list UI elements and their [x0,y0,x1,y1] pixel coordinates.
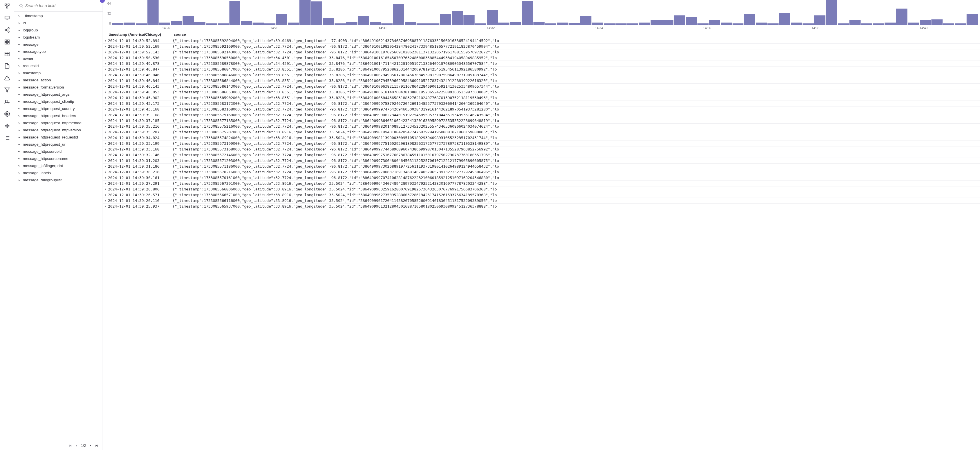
histogram-bar[interactable] [733,24,744,25]
pager-first-icon[interactable] [68,444,72,448]
expand-row-icon[interactable] [103,79,108,82]
histogram-bar[interactable] [522,1,533,25]
expand-row-icon[interactable] [103,176,108,179]
field-item[interactable]: message_httprequest_requestid [15,134,102,141]
histogram-bar[interactable] [276,14,287,25]
pager-last-icon[interactable] [95,444,99,448]
histogram-bar[interactable] [417,24,428,25]
expand-row-icon[interactable] [103,40,108,42]
histogram-bar[interactable] [510,22,521,25]
histogram-bar[interactable] [967,14,978,25]
histogram-bar[interactable] [662,20,673,25]
histogram-bar[interactable] [826,0,837,25]
field-item[interactable]: message_httprequest_country [15,105,102,112]
field-item[interactable]: message_httprequest_clientip [15,98,102,105]
pager-prev-icon[interactable] [75,444,79,448]
bars[interactable] [112,0,978,25]
histogram-bar[interactable] [498,22,509,25]
expand-row-icon[interactable] [103,85,108,88]
histogram-bar[interactable] [756,22,767,25]
histogram-bar[interactable] [382,24,393,25]
field-item[interactable]: message_httprequest_httpmethod [15,119,102,127]
histogram-bar[interactable] [955,24,966,25]
histogram-bar[interactable] [814,16,826,25]
histogram-bar[interactable] [779,13,790,25]
expand-row-icon[interactable] [103,199,108,202]
histogram-bar[interactable] [744,14,755,25]
expand-row-icon[interactable] [103,97,108,99]
expand-row-icon[interactable] [103,102,108,105]
histogram-bar[interactable] [264,24,275,25]
histogram-bar[interactable] [253,22,264,25]
expand-row-icon[interactable] [103,131,108,134]
histogram-bar[interactable] [569,23,580,25]
field-item[interactable]: message_httprequest_httpversion [15,127,102,134]
histogram-bar[interactable] [697,24,709,25]
histogram-bar[interactable] [896,9,907,25]
histogram-bar[interactable] [136,24,147,25]
histogram-bar[interactable] [323,18,334,25]
share-icon[interactable] [2,25,12,35]
expand-row-icon[interactable] [103,108,108,111]
expand-row-icon[interactable] [103,154,108,157]
histogram-bar[interactable] [943,24,954,25]
histogram-bar[interactable] [651,20,662,25]
list-icon[interactable] [2,133,12,143]
histogram-bar[interactable] [767,24,779,25]
grid-icon[interactable] [2,37,12,47]
histogram-bar[interactable] [370,22,381,25]
expand-row-icon[interactable] [103,188,108,191]
histogram-bar[interactable] [229,1,240,25]
field-item[interactable]: message_labels [15,170,102,176]
histogram-bar[interactable] [908,22,919,25]
field-item[interactable]: message_httprequest_uri [15,141,102,148]
histogram-bar[interactable] [533,22,544,25]
histogram-bar[interactable] [241,21,252,25]
field-item[interactable]: owner [15,55,102,62]
histogram-bar[interactable] [299,0,310,25]
histogram-bar[interactable] [580,16,592,25]
fields-search-input[interactable] [17,2,100,10]
histogram-bar[interactable] [885,22,896,25]
field-item[interactable]: message_httpsourcename [15,155,102,162]
document-icon[interactable] [2,61,12,71]
users-icon[interactable] [2,97,12,107]
histogram-bar[interactable] [592,22,603,25]
histogram-bar[interactable] [183,16,194,25]
histogram-bar[interactable] [616,24,627,25]
histogram-bar[interactable] [791,22,802,25]
field-item[interactable]: logstream [15,34,102,41]
expand-row-icon[interactable] [103,74,108,76]
histogram-bar[interactable] [393,4,404,25]
histogram-bar[interactable] [686,17,697,25]
field-item[interactable]: message_httprequest_args [15,91,102,98]
expand-row-icon[interactable] [103,51,108,54]
histogram-bar[interactable] [124,22,135,25]
histogram-bar[interactable] [721,22,732,25]
tree-icon[interactable] [2,1,12,11]
filter-icon[interactable] [2,85,12,95]
histogram-bar[interactable] [288,22,299,25]
field-item[interactable]: message_httprequest_headers [15,112,102,119]
expand-row-icon[interactable] [103,57,108,59]
field-item[interactable]: loggroup [15,27,102,34]
histogram-bar[interactable] [873,24,884,25]
histogram-bar[interactable] [557,22,568,25]
histogram-bar[interactable] [545,24,556,25]
field-item[interactable]: message_rulegrouplist [15,176,102,184]
histogram-bar[interactable] [709,20,720,25]
expand-row-icon[interactable] [103,171,108,174]
expand-row-icon[interactable] [103,148,108,151]
expand-row-icon[interactable] [103,193,108,196]
expand-row-icon[interactable] [103,68,108,71]
expand-row-icon[interactable] [103,205,108,208]
warning-icon[interactable] [2,73,12,83]
expand-row-icon[interactable] [103,114,108,117]
expand-row-icon[interactable] [103,142,108,145]
histogram-bar[interactable] [206,24,217,25]
histogram-bar[interactable] [639,22,650,25]
field-item[interactable]: message_formatversion [15,84,102,91]
histogram-bar[interactable] [674,16,685,25]
histogram-bar[interactable] [159,22,170,25]
histogram-bar[interactable] [452,11,463,25]
